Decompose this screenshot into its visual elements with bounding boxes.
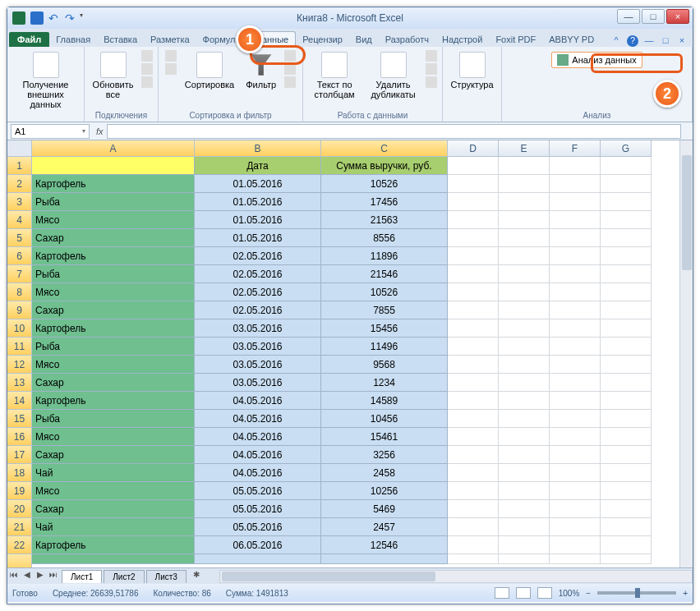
cell-C21[interactable]: 2457 [321, 518, 448, 536]
cell-G1[interactable] [601, 157, 652, 175]
cell-A10[interactable]: Картофель [32, 319, 195, 338]
cell-A1[interactable] [32, 157, 195, 175]
cell-C14[interactable]: 14589 [321, 392, 448, 410]
cell-B23[interactable] [195, 554, 321, 564]
undo-icon[interactable]: ↶ [47, 11, 60, 25]
tab-layout[interactable]: Разметка [144, 32, 196, 47]
row-header-5[interactable]: 5 [7, 229, 32, 247]
cell-F12[interactable] [550, 356, 601, 374]
data-analysis-button[interactable]: Анализ данных [551, 52, 642, 68]
cell-A22[interactable]: Картофель [32, 536, 195, 554]
clear-filter-button[interactable] [284, 50, 296, 62]
cell-G15[interactable] [601, 410, 652, 428]
cell-F19[interactable] [550, 482, 601, 500]
cell-D10[interactable] [448, 319, 499, 338]
row-header-14[interactable]: 14 [7, 392, 32, 410]
cell-A13[interactable]: Сахар [32, 374, 195, 392]
view-layout-button[interactable] [516, 587, 531, 599]
first-sheet-button[interactable]: ⏮ [7, 570, 21, 583]
sort-asc-button[interactable] [165, 50, 177, 62]
cell-B17[interactable]: 04.05.2016 [195, 446, 321, 464]
row-header-8[interactable]: 8 [7, 283, 32, 301]
cell-C2[interactable]: 10526 [321, 175, 448, 193]
cell-B10[interactable]: 03.05.2016 [195, 319, 321, 338]
cell-D20[interactable] [448, 500, 499, 518]
cell-B19[interactable]: 05.05.2016 [195, 482, 321, 500]
text-to-columns-button[interactable]: Текст по столбцам [308, 50, 361, 101]
cell-E10[interactable] [499, 319, 550, 338]
view-pagebreak-button[interactable] [537, 587, 552, 599]
cell-D16[interactable] [448, 428, 499, 446]
cell-C7[interactable]: 21546 [321, 265, 448, 283]
sheet-tab-1[interactable]: Лист1 [62, 570, 102, 583]
cell-A2[interactable]: Картофель [32, 175, 195, 193]
outline-button[interactable]: Структура [447, 50, 496, 91]
cell-B22[interactable]: 06.05.2016 [195, 536, 321, 554]
cell-E13[interactable] [499, 374, 550, 392]
cell-D11[interactable] [448, 338, 499, 356]
cell-A23[interactable] [32, 554, 195, 564]
cell-B11[interactable]: 03.05.2016 [195, 338, 321, 356]
cell-B2[interactable]: 01.05.2016 [195, 175, 321, 193]
cell-C17[interactable]: 3256 [321, 446, 448, 464]
row-header-1[interactable]: 1 [7, 157, 32, 175]
cell-F11[interactable] [550, 338, 601, 356]
row-header-9[interactable]: 9 [7, 301, 32, 319]
doc-restore-icon[interactable]: □ [660, 35, 671, 47]
row-header-17[interactable]: 17 [7, 446, 32, 464]
scroll-thumb[interactable] [682, 155, 692, 270]
cell-C13[interactable]: 1234 [321, 374, 448, 392]
cell-B3[interactable]: 01.05.2016 [195, 193, 321, 211]
save-icon[interactable] [30, 11, 44, 25]
cell-F23[interactable] [550, 554, 601, 564]
cell-A8[interactable]: Мясо [32, 283, 195, 301]
cell-D8[interactable] [448, 283, 499, 301]
row-header-7[interactable]: 7 [7, 265, 32, 283]
cell-F14[interactable] [550, 392, 601, 410]
cell-C18[interactable]: 2458 [321, 464, 448, 482]
horizontal-scrollbar[interactable] [219, 570, 693, 583]
formula-bar[interactable] [107, 124, 681, 139]
cell-G13[interactable] [601, 374, 652, 392]
cell-G21[interactable] [601, 518, 652, 536]
row-header-19[interactable]: 19 [7, 482, 32, 500]
cell-D5[interactable] [448, 229, 499, 247]
tab-home[interactable]: Главная [49, 32, 97, 47]
zoom-level[interactable]: 100% [559, 589, 580, 598]
column-header-C[interactable]: C [321, 140, 448, 157]
cell-F5[interactable] [550, 229, 601, 247]
cell-C23[interactable] [321, 554, 448, 564]
cell-E14[interactable] [499, 392, 550, 410]
column-header-G[interactable]: G [601, 140, 652, 157]
cell-A7[interactable]: Рыба [32, 265, 195, 283]
cell-F7[interactable] [550, 265, 601, 283]
cell-C6[interactable]: 11896 [321, 247, 448, 265]
cell-A11[interactable]: Рыба [32, 338, 195, 356]
row-header-18[interactable]: 18 [7, 464, 32, 482]
hscroll-thumb[interactable] [222, 572, 435, 581]
cell-A19[interactable]: Мясо [32, 482, 195, 500]
cell-E16[interactable] [499, 428, 550, 446]
reapply-button[interactable] [284, 63, 296, 75]
cell-D17[interactable] [448, 446, 499, 464]
cell-D22[interactable] [448, 536, 499, 554]
cell-A14[interactable]: Картофель [32, 392, 195, 410]
cell-A21[interactable]: Чай [32, 518, 195, 536]
cell-A16[interactable]: Мясо [32, 428, 195, 446]
column-header-D[interactable]: D [448, 140, 499, 157]
cell-F20[interactable] [550, 500, 601, 518]
row-header-22[interactable]: 22 [7, 536, 32, 554]
row-header-2[interactable]: 2 [7, 175, 32, 193]
cell-F4[interactable] [550, 211, 601, 229]
cell-F15[interactable] [550, 410, 601, 428]
doc-close-icon[interactable]: × [676, 35, 688, 47]
cell-D4[interactable] [448, 211, 499, 229]
column-header-A[interactable]: A [32, 140, 195, 157]
cell-G19[interactable] [601, 482, 652, 500]
sort-desc-button[interactable] [165, 63, 177, 75]
cell-D3[interactable] [448, 193, 499, 211]
cell-E1[interactable] [499, 157, 550, 175]
row-header-4[interactable]: 4 [7, 211, 32, 229]
maximize-button[interactable]: □ [642, 9, 665, 24]
row-header-23[interactable] [7, 554, 32, 567]
